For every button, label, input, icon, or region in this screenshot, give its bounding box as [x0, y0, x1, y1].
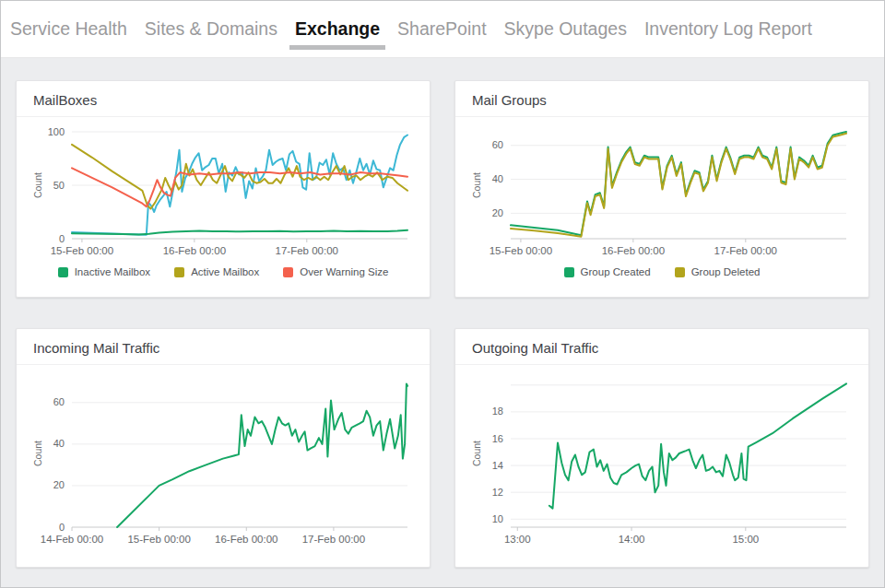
legend-swatch-icon	[564, 267, 574, 277]
legend: Inactive MailboxActive MailboxOver Warni…	[31, 266, 415, 277]
chart-card-mailboxes: MailBoxes 05010015-Feb 00:0016-Feb 00:00…	[16, 80, 431, 298]
tab-skype-outages[interactable]: Skype Outages	[504, 18, 627, 40]
y-tick-label: 20	[492, 207, 503, 218]
chart-title: Incoming Mail Traffic	[31, 338, 415, 364]
card-divider	[17, 116, 430, 117]
tab-exchange[interactable]: Exchange	[295, 18, 380, 40]
incoming-mail-traffic-chart: 020406014-Feb 00:0015-Feb 00:0016-Feb 00…	[31, 370, 415, 551]
x-tick-label: 15-Feb 00:00	[127, 534, 190, 545]
tab-sharepoint[interactable]: SharePoint	[397, 18, 486, 40]
y-tick-label: 40	[492, 173, 503, 184]
chart-title: Outgoing Mail Traffic	[470, 338, 854, 364]
legend-item[interactable]: Group Created	[564, 266, 651, 277]
tab-service-health[interactable]: Service Health	[10, 18, 127, 40]
y-axis-label: Count	[32, 441, 43, 466]
legend-item[interactable]: Over Warning Size	[283, 266, 388, 277]
legend-swatch-icon	[283, 267, 293, 277]
legend-label: Active Mailbox	[191, 266, 259, 277]
mailboxes-chart: 05010015-Feb 00:0016-Feb 00:0017-Feb 00:…	[31, 123, 415, 263]
tab-bar: Service Health Sites & Domains Exchange …	[1, 1, 884, 58]
legend-label: Group Deleted	[691, 266, 761, 277]
y-tick-label: 20	[53, 479, 65, 490]
x-tick-label: 15:00	[732, 534, 759, 545]
tab-sites-domains[interactable]: Sites & Domains	[145, 18, 277, 40]
card-divider	[455, 116, 868, 117]
x-tick-label: 17-Feb 00:00	[302, 534, 365, 545]
series-line	[72, 230, 407, 235]
y-axis-label: Count	[32, 172, 43, 198]
outgoing-mail-traffic-chart: 101214161813:0014:0015:00Count	[470, 370, 854, 551]
legend: Group CreatedGroup Deleted	[470, 266, 854, 277]
chart-card-outgoing-mail-traffic: Outgoing Mail Traffic 101214161813:0014:…	[454, 328, 869, 568]
y-tick-label: 12	[492, 487, 503, 498]
legend-label: Inactive Mailbox	[75, 266, 150, 277]
dashboard-grid: MailBoxes 05010015-Feb 00:0016-Feb 00:00…	[1, 58, 884, 568]
legend-item[interactable]: Active Mailbox	[174, 266, 259, 277]
chart-canvas: 05010015-Feb 00:0016-Feb 00:0017-Feb 00:…	[31, 123, 415, 263]
x-tick-label: 16-Feb 00:00	[602, 245, 665, 256]
y-axis-label: Count	[471, 172, 482, 198]
series-line	[511, 134, 846, 237]
x-tick-label: 14:00	[619, 534, 645, 545]
y-tick-label: 14	[492, 460, 503, 471]
chart-title: MailBoxes	[31, 90, 415, 116]
series-line	[72, 145, 407, 209]
x-tick-label: 16-Feb 00:00	[163, 245, 226, 256]
y-tick-label: 0	[59, 522, 65, 533]
legend-item[interactable]: Inactive Mailbox	[58, 266, 150, 277]
tab-inventory-log-report[interactable]: Inventory Log Report	[644, 18, 812, 40]
chart-canvas: 20406015-Feb 00:0016-Feb 00:0017-Feb 00:…	[470, 123, 854, 263]
mail-groups-chart: 20406015-Feb 00:0016-Feb 00:0017-Feb 00:…	[470, 123, 854, 263]
x-tick-label: 13:00	[504, 534, 531, 545]
x-tick-label: 16-Feb 00:00	[215, 534, 277, 545]
chart-card-mail-groups: Mail Groups 20406015-Feb 00:0016-Feb 00:…	[454, 80, 869, 298]
series-line	[117, 384, 407, 528]
card-divider	[17, 364, 430, 365]
y-tick-label: 60	[492, 139, 503, 150]
legend-swatch-icon	[675, 267, 685, 277]
y-tick-label: 60	[53, 396, 65, 407]
series-line	[549, 383, 846, 508]
x-tick-label: 15-Feb 00:00	[490, 245, 552, 256]
y-tick-label: 10	[492, 513, 503, 524]
x-tick-label: 17-Feb 00:00	[714, 245, 777, 256]
chart-card-incoming-mail-traffic: Incoming Mail Traffic 020406014-Feb 00:0…	[16, 328, 431, 568]
card-divider	[455, 364, 868, 365]
y-tick-label: 16	[492, 433, 503, 444]
y-tick-label: 0	[59, 233, 65, 244]
x-tick-label: 15-Feb 00:00	[51, 245, 113, 256]
legend-item[interactable]: Group Deleted	[675, 266, 761, 277]
x-tick-label: 14-Feb 00:00	[41, 534, 103, 545]
y-tick-label: 40	[53, 438, 65, 449]
y-axis-label: Count	[471, 441, 482, 466]
y-tick-label: 18	[492, 406, 503, 417]
chart-canvas: 020406014-Feb 00:0015-Feb 00:0016-Feb 00…	[31, 370, 415, 551]
legend-swatch-icon	[174, 267, 184, 277]
y-tick-label: 50	[53, 180, 65, 191]
series-line	[511, 132, 846, 235]
x-tick-label: 17-Feb 00:00	[276, 245, 338, 256]
legend-label: Over Warning Size	[300, 266, 388, 277]
chart-canvas: 101214161813:0014:0015:00Count	[470, 370, 854, 551]
y-tick-label: 100	[48, 126, 65, 137]
legend-swatch-icon	[58, 267, 68, 277]
chart-title: Mail Groups	[470, 90, 854, 116]
legend-label: Group Created	[581, 266, 651, 277]
